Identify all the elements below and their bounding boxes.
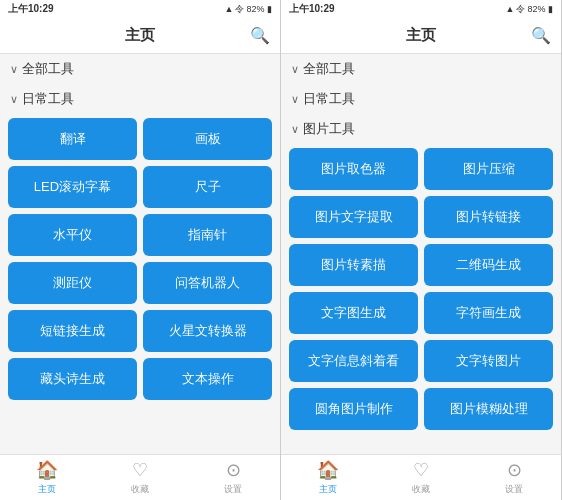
section-label: 全部工具	[303, 60, 355, 78]
section-header-daily-tools[interactable]: ∨日常工具	[281, 84, 561, 114]
collapse-arrow: ∨	[291, 123, 299, 136]
section-header-image-tools[interactable]: ∨图片工具	[281, 114, 561, 144]
battery-icon: 82% ▮	[246, 4, 272, 14]
section-label: 全部工具	[22, 60, 74, 78]
wifi-icon: 令	[235, 3, 244, 16]
status-icons: ▲ 令 82% ▮	[506, 3, 553, 16]
tool-button-文本操作[interactable]: 文本操作	[143, 358, 272, 400]
page-title: 主页	[125, 26, 155, 45]
collapse-arrow: ∨	[10, 63, 18, 76]
nav-item-设置[interactable]: ⊙ 设置	[187, 455, 280, 500]
nav-item-设置[interactable]: ⊙ 设置	[468, 455, 561, 500]
section-label: 日常工具	[22, 90, 74, 108]
section-header-all-tools[interactable]: ∨全部工具	[0, 54, 280, 84]
section-label: 图片工具	[303, 120, 355, 138]
tool-button-画板[interactable]: 画板	[143, 118, 272, 160]
tools-grid-daily-tools: 翻译画板LED滚动字幕尺子水平仪指南针测距仪问答机器人短链接生成火星文转换器藏头…	[0, 114, 280, 408]
tool-button-图片转链接[interactable]: 图片转链接	[424, 196, 553, 238]
tool-button-圆角图片制作[interactable]: 圆角图片制作	[289, 388, 418, 430]
nav-icon-设置: ⊙	[507, 459, 522, 481]
nav-item-主页[interactable]: 🏠 主页	[0, 455, 93, 500]
page-title: 主页	[406, 26, 436, 45]
tool-button-二维码生成[interactable]: 二维码生成	[424, 244, 553, 286]
content-area: ∨全部工具∨日常工具翻译画板LED滚动字幕尺子水平仪指南针测距仪问答机器人短链接…	[0, 54, 280, 454]
collapse-arrow: ∨	[291, 93, 299, 106]
tool-button-问答机器人[interactable]: 问答机器人	[143, 262, 272, 304]
tool-button-图片压缩[interactable]: 图片压缩	[424, 148, 553, 190]
tool-button-翻译[interactable]: 翻译	[8, 118, 137, 160]
nav-icon-收藏: ♡	[132, 459, 148, 481]
status-time: 上午10:29	[8, 2, 54, 16]
nav-label-收藏: 收藏	[412, 483, 430, 496]
section-header-daily-tools[interactable]: ∨日常工具	[0, 84, 280, 114]
phone-panel-1: 上午10:29 ▲ 令 82% ▮ 主页 🔍 ∨全部工具∨日常工具翻译画板LED…	[0, 0, 281, 500]
battery-icon: 82% ▮	[527, 4, 553, 14]
section-header-all-tools[interactable]: ∨全部工具	[281, 54, 561, 84]
tool-button-藏头诗生成[interactable]: 藏头诗生成	[8, 358, 137, 400]
tool-button-图片文字提取[interactable]: 图片文字提取	[289, 196, 418, 238]
tool-button-指南针[interactable]: 指南针	[143, 214, 272, 256]
status-icons: ▲ 令 82% ▮	[225, 3, 272, 16]
nav-label-收藏: 收藏	[131, 483, 149, 496]
nav-icon-主页: 🏠	[317, 459, 339, 481]
tool-button-文字信息斜着看[interactable]: 文字信息斜着看	[289, 340, 418, 382]
tools-grid-image-tools: 图片取色器图片压缩图片文字提取图片转链接图片转素描二维码生成文字图生成字符画生成…	[281, 144, 561, 438]
tool-button-尺子[interactable]: 尺子	[143, 166, 272, 208]
nav-item-收藏[interactable]: ♡ 收藏	[374, 455, 467, 500]
signal-icon: ▲	[506, 4, 515, 14]
nav-label-设置: 设置	[505, 483, 523, 496]
search-button[interactable]: 🔍	[250, 26, 270, 45]
nav-item-收藏[interactable]: ♡ 收藏	[93, 455, 186, 500]
nav-label-设置: 设置	[224, 483, 242, 496]
tool-button-图片取色器[interactable]: 图片取色器	[289, 148, 418, 190]
wifi-icon: 令	[516, 3, 525, 16]
status-bar: 上午10:29 ▲ 令 82% ▮	[281, 0, 561, 18]
content-area: ∨全部工具∨日常工具∨图片工具图片取色器图片压缩图片文字提取图片转链接图片转素描…	[281, 54, 561, 454]
tool-button-图片模糊处理[interactable]: 图片模糊处理	[424, 388, 553, 430]
search-button[interactable]: 🔍	[531, 26, 551, 45]
tool-button-火星文转换器[interactable]: 火星文转换器	[143, 310, 272, 352]
tool-button-文字图生成[interactable]: 文字图生成	[289, 292, 418, 334]
signal-icon: ▲	[225, 4, 234, 14]
section-label: 日常工具	[303, 90, 355, 108]
nav-icon-主页: 🏠	[36, 459, 58, 481]
tool-button-LED滚动字幕[interactable]: LED滚动字幕	[8, 166, 137, 208]
tool-button-测距仪[interactable]: 测距仪	[8, 262, 137, 304]
status-bar: 上午10:29 ▲ 令 82% ▮	[0, 0, 280, 18]
nav-label-主页: 主页	[319, 483, 337, 496]
tool-button-水平仪[interactable]: 水平仪	[8, 214, 137, 256]
header: 主页 🔍	[0, 18, 280, 54]
nav-icon-设置: ⊙	[226, 459, 241, 481]
nav-icon-收藏: ♡	[413, 459, 429, 481]
status-time: 上午10:29	[289, 2, 335, 16]
nav-label-主页: 主页	[38, 483, 56, 496]
tool-button-短链接生成[interactable]: 短链接生成	[8, 310, 137, 352]
nav-item-主页[interactable]: 🏠 主页	[281, 455, 374, 500]
collapse-arrow: ∨	[291, 63, 299, 76]
tool-button-字符画生成[interactable]: 字符画生成	[424, 292, 553, 334]
bottom-nav: 🏠 主页 ♡ 收藏 ⊙ 设置	[0, 454, 280, 500]
bottom-nav: 🏠 主页 ♡ 收藏 ⊙ 设置	[281, 454, 561, 500]
header: 主页 🔍	[281, 18, 561, 54]
phone-panel-2: 上午10:29 ▲ 令 82% ▮ 主页 🔍 ∨全部工具∨日常工具∨图片工具图片…	[281, 0, 562, 500]
tool-button-文字转图片[interactable]: 文字转图片	[424, 340, 553, 382]
collapse-arrow: ∨	[10, 93, 18, 106]
tool-button-图片转素描[interactable]: 图片转素描	[289, 244, 418, 286]
